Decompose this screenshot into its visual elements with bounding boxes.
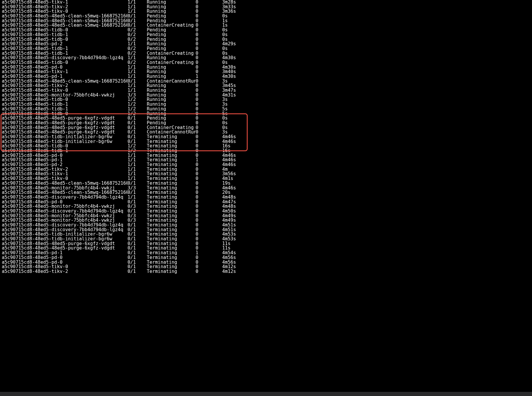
pod-ready: 1/2 <box>128 112 147 116</box>
pod-restarts: 0 <box>196 218 222 223</box>
pod-status: Running <box>147 5 196 9</box>
pod-restarts: 0 <box>196 242 222 246</box>
pod-age: 4m56s <box>222 255 258 260</box>
pod-age: 4m30s <box>222 65 258 70</box>
pod-status: Terminating <box>147 190 196 195</box>
pod-ready: 1/1 <box>128 42 147 46</box>
pod-age: 4m31s <box>222 93 258 98</box>
pod-ready: 0/2 <box>128 46 147 51</box>
pod-ready: 1/1 <box>128 74 147 79</box>
pod-age: 16s <box>222 149 258 153</box>
pod-status: Terminating <box>147 255 196 260</box>
pod-restarts: 0 <box>196 51 222 56</box>
pod-ready: 0/1 <box>128 255 147 260</box>
pod-row: a5c90715cd8-48ed5-pd-01/1Running04m30s <box>2 65 530 70</box>
pod-ready: 0/1 <box>128 139 147 144</box>
pod-status: Terminating <box>147 135 196 139</box>
pod-name: a5c90715cd8-48ed5-discovery-7bb4d794db-l… <box>2 223 128 228</box>
pod-status: Pending <box>147 121 196 125</box>
pod-row: a5c90715cd8-48ed5-48ed5-clean-s5mwq-1668… <box>2 190 530 195</box>
pod-row: a5c90715cd8-48ed5-pd-11/1Running14m30s <box>2 74 530 79</box>
pod-row: a5c90715cd8-48ed5-monitor-75bbfc4b4-vwkz… <box>2 186 530 191</box>
pod-age: 3m45s <box>222 83 258 88</box>
pod-status: Terminating <box>147 176 196 181</box>
pod-row: a5c90715cd8-48ed5-tikv-01/1Terminating04… <box>2 176 530 181</box>
pod-age: 3s <box>222 97 258 102</box>
pod-row: a5c90715cd8-48ed5-48ed5-clean-s5mwq-1668… <box>2 19 530 23</box>
pod-status: Terminating <box>147 209 196 214</box>
pod-name: a5c90715cd8-48ed5-tidb-initializer-bgr6w <box>2 237 128 242</box>
pod-age: 4m48s <box>222 195 258 200</box>
pod-age: 20s <box>222 190 258 195</box>
terminal-output[interactable]: a5c90715cd8-48ed5-tikv-11/1Running03m28s… <box>0 0 532 277</box>
pod-restarts: 0 <box>196 139 222 144</box>
pod-restarts: 0 <box>196 228 222 232</box>
pod-name: a5c90715cd8-48ed5-tidb-0 <box>2 112 128 116</box>
pod-name: a5c90715cd8-48ed5-tidb-1 <box>2 51 128 56</box>
pod-age: 11s <box>222 246 258 251</box>
pod-status: Running <box>147 112 196 116</box>
pod-name: a5c90715cd8-48ed5-discovery-7bb4d794db-l… <box>2 195 128 200</box>
pod-name: a5c90715cd8-48ed5-48ed5-clean-s5mwq-1668… <box>2 19 128 23</box>
pod-age: 3s <box>222 102 258 107</box>
pod-restarts: 0 <box>196 260 222 265</box>
pod-row: a5c90715cd8-48ed5-pd-21/1Running04m29s <box>2 42 530 46</box>
pod-name: a5c90715cd8-48ed5-48ed5-clean-s5mwq-1668… <box>2 181 128 186</box>
pod-row: a5c90715cd8-48ed5-pd-21/1Terminating04m4… <box>2 162 530 167</box>
pod-status: Terminating <box>147 242 196 246</box>
pod-age: 4m51s <box>222 228 258 232</box>
pod-ready: 1/1 <box>128 176 147 181</box>
pod-name: a5c90715cd8-48ed5-pd-1 <box>2 74 128 79</box>
pod-name: a5c90715cd8-48ed5-48ed5-clean-s5mwq-1668… <box>2 23 128 28</box>
pod-name: a5c90715cd8-48ed5-tidb-0 <box>2 28 128 33</box>
pod-ready: 0/1 <box>128 79 147 84</box>
pod-status: Terminating <box>147 265 196 269</box>
pod-row: a5c90715cd8-48ed5-tidb-10/2Pending00s <box>2 46 530 51</box>
pod-age: 0s <box>222 60 258 65</box>
pod-age: 4m46s <box>222 158 258 162</box>
pod-name: a5c90715cd8-48ed5-tikv-0 <box>2 9 128 14</box>
pod-row: a5c90715cd8-48ed5-tidb-initializer-bgr6w… <box>2 232 530 237</box>
pod-ready: 3/3 <box>128 186 147 191</box>
pod-ready: 0/1 <box>128 125 147 130</box>
pod-name: a5c90715cd8-48ed5-tikv-1 <box>2 70 128 74</box>
pod-age: 4m46s <box>222 135 258 139</box>
pod-row: a5c90715cd8-48ed5-48ed5-clean-s5mwq-1668… <box>2 79 530 84</box>
pod-restarts: 0 <box>196 246 222 251</box>
pod-name: a5c90715cd8-48ed5-tidb-initializer-bgr6w <box>2 139 128 144</box>
pod-ready: 1/1 <box>128 195 147 200</box>
pod-row: a5c90715cd8-48ed5-tidb-10/2ContainerCrea… <box>2 51 530 56</box>
pod-status: Terminating <box>147 181 196 186</box>
pod-ready: 0/1 <box>128 246 147 251</box>
pod-age: 4m53s <box>222 232 258 237</box>
pod-row: a5c90715cd8-48ed5-48ed5-purge-6xgfz-vdgd… <box>2 116 530 121</box>
pod-status: Running <box>147 107 196 112</box>
pod-age: 0s <box>222 28 258 33</box>
pod-age: 4m53s <box>222 237 258 242</box>
pod-name: a5c90715cd8-48ed5-pd-0 <box>2 153 128 158</box>
pod-row: a5c90715cd8-48ed5-discovery-7bb4d794db-l… <box>2 56 530 60</box>
pod-restarts: 0 <box>196 107 222 112</box>
pod-row: a5c90715cd8-48ed5-tidb-00/2Pending00s <box>2 28 530 33</box>
pod-name: a5c90715cd8-48ed5-tikv-0 <box>2 176 128 181</box>
pod-age: 0s <box>222 37 258 42</box>
pod-restarts: 0 <box>196 65 222 70</box>
pod-status: Pending <box>147 28 196 33</box>
pod-row: a5c90715cd8-48ed5-tikv-21/1Terminating04… <box>2 167 530 172</box>
pod-row: a5c90715cd8-48ed5-tikv-21/1Running03m45s <box>2 83 530 88</box>
pod-ready: 1/2 <box>128 102 147 107</box>
pod-row: a5c90715cd8-48ed5-tidb-11/2Running03s <box>2 102 530 107</box>
pod-age: 4m49s <box>222 214 258 218</box>
pod-restarts: 0 <box>196 19 222 23</box>
pod-restarts: 0 <box>196 116 222 121</box>
pod-age: 4m12s <box>222 269 258 274</box>
pod-age: 4m48s <box>222 204 258 209</box>
pod-ready: 1/1 <box>128 0 147 5</box>
pod-name: a5c90715cd8-48ed5-tidb-1 <box>2 33 128 37</box>
pod-status: Running <box>147 74 196 79</box>
pod-ready: 1/2 <box>128 144 147 149</box>
pod-age: 3m33s <box>222 5 258 9</box>
pod-restarts: 0 <box>196 186 222 191</box>
pod-restarts: 0 <box>196 265 222 269</box>
pod-status: Terminating <box>147 204 196 209</box>
